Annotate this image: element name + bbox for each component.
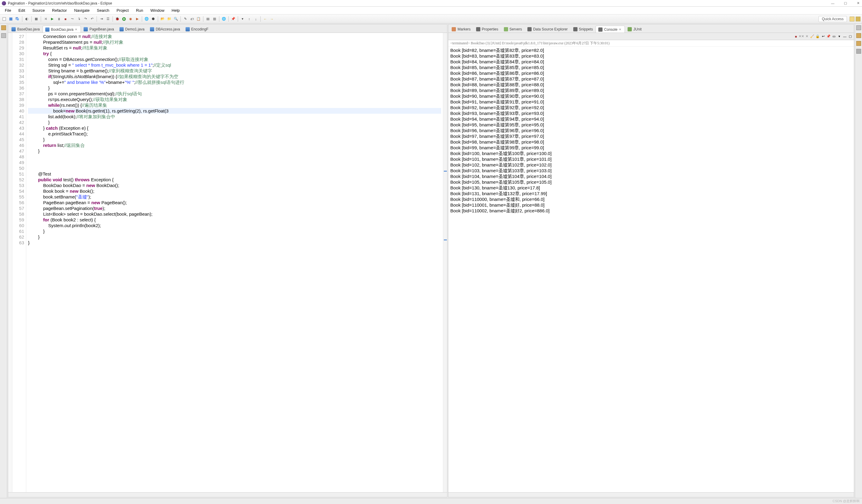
code-line[interactable]: book.setBname("圣墟"); [28, 194, 441, 200]
menu-help[interactable]: Help [169, 7, 183, 14]
editor-tab-demo1-java[interactable]: Demo1.java [117, 25, 147, 32]
code-line[interactable]: try { [28, 51, 441, 56]
code-line[interactable]: String sql = " select * from t_mvc_book … [28, 62, 441, 68]
toggle-icon[interactable]: ◐ [24, 16, 30, 22]
code-line[interactable]: } [28, 228, 441, 234]
max-icon[interactable]: ▢ [848, 34, 853, 39]
code-line[interactable]: if(StringUtils.isNotBlank(bname)) {//如果模… [28, 74, 441, 79]
code-line[interactable]: for (Book book2 : select) { [28, 217, 441, 223]
view-tab-servers[interactable]: Servers [501, 25, 525, 32]
editor-tab-bookdao-java[interactable]: BookDao.java✕ [42, 26, 81, 33]
menu-file[interactable]: File [2, 7, 14, 14]
debug-icon[interactable]: 🐞 [114, 16, 120, 22]
code-line[interactable]: } [28, 85, 441, 91]
pers2-icon[interactable]: ▥ [211, 16, 218, 22]
disconnect-icon[interactable]: ⤳ [69, 16, 75, 22]
code-line[interactable]: while(rs.next()) {//遍历结果集 [28, 102, 441, 108]
nav-dd-icon[interactable]: ▾ [239, 16, 246, 22]
code-line[interactable]: list.add(book);//将对象加到集合中 [28, 114, 441, 119]
view-tab-data-source-explorer[interactable]: Data Source Explorer [525, 25, 571, 32]
build-icon[interactable]: ▦ [33, 16, 39, 22]
forward-icon[interactable]: → [269, 16, 275, 22]
code-line[interactable]: sql+=" and bname like '%"+bname+"%' ";//… [28, 79, 441, 85]
code-line[interactable]: } [28, 148, 441, 154]
perspective-java-icon[interactable] [856, 17, 861, 22]
editor-tab-dbaccess-java[interactable]: DBAccess.java [147, 25, 183, 32]
drop-icon[interactable]: ⇥ [99, 16, 104, 22]
mark-icon[interactable]: 🏷 [189, 16, 195, 22]
new-servlet-icon[interactable]: ⬢ [150, 16, 156, 22]
code-line[interactable]: } [28, 137, 441, 142]
skip-icon[interactable]: ⤮ [42, 16, 49, 22]
prev-icon[interactable]: ↑ [246, 16, 252, 22]
menu-project[interactable]: Project [114, 7, 132, 14]
code-line[interactable]: Connection conn = null;//连接对象 [28, 34, 441, 39]
console-output[interactable]: Book [bid=82, bname=圣墟第82章, price=82.0]B… [448, 47, 854, 492]
code-line[interactable] [28, 154, 441, 160]
code-line[interactable]: book=new Book(rs.getInt(1), rs.getString… [28, 108, 441, 114]
perspective-java-ee-icon[interactable] [850, 17, 854, 22]
annot-icon[interactable]: ✎ [182, 16, 188, 22]
web-icon[interactable]: 🌐 [221, 16, 227, 22]
code-line[interactable] [28, 165, 441, 171]
code-line[interactable]: String bname = b.getBname();//拿到模糊查询关键字 [28, 68, 441, 74]
close-tab-icon[interactable]: ✕ [619, 28, 622, 31]
code-line[interactable]: Book book = new Book(); [28, 188, 441, 194]
run-icon[interactable] [121, 16, 127, 22]
marker-strip[interactable] [8, 33, 12, 492]
code-line[interactable]: ps = conn.prepareStatement(sql);//执行sql语… [28, 91, 441, 96]
wrap-icon[interactable]: ↩ [821, 34, 825, 39]
code-line[interactable]: return list;//返回集合 [28, 142, 441, 148]
scroll-lock-icon[interactable]: 🔒 [815, 34, 820, 39]
open-console-icon[interactable]: ▾ [837, 34, 842, 39]
resume-icon[interactable]: ▶ [49, 16, 55, 22]
remove-all-icon[interactable]: ✕✕ [799, 34, 804, 39]
code-line[interactable]: conn = DBAccess.getConnection();//获取连接对象 [28, 56, 441, 62]
quick-access-input[interactable]: Quick Access [819, 16, 847, 22]
new-server-icon[interactable]: 🌐 [144, 16, 149, 22]
code-line[interactable] [28, 160, 441, 165]
task-icon[interactable]: 📋 [196, 16, 201, 22]
overview-ruler[interactable] [443, 33, 447, 492]
task-list-icon[interactable] [856, 33, 861, 38]
pin-icon[interactable]: 📌 [230, 16, 236, 22]
search-icon[interactable]: 🔍 [173, 16, 179, 22]
menu-navigate[interactable]: Navigate [71, 7, 93, 14]
navigator-icon[interactable] [1, 33, 6, 38]
open-task-icon[interactable]: 📁 [166, 16, 172, 22]
code-line[interactable]: } [28, 240, 441, 246]
code-line[interactable]: System.out.println(book2); [28, 223, 441, 228]
open-type-icon[interactable]: 📂 [160, 16, 166, 22]
terminate-icon[interactable]: ■ [794, 34, 798, 39]
clear-icon[interactable]: 🧹 [810, 34, 815, 39]
menu-edit[interactable]: Edit [15, 7, 28, 14]
save-all-icon[interactable] [14, 16, 21, 22]
editor-tab-pagebean-java[interactable]: PageBean.java [81, 25, 116, 32]
project-explorer-icon[interactable] [1, 25, 6, 30]
code-line[interactable]: rs=ps.executeQuery();//获取结果集对象 [28, 96, 441, 102]
close-tab-icon[interactable]: ✕ [75, 28, 78, 31]
code-line[interactable]: ResultSet rs = null;//结果集对象 [28, 45, 441, 51]
menu-run[interactable]: Run [133, 7, 146, 14]
pause-icon[interactable]: ⏸ [56, 16, 62, 22]
view-tab-console[interactable]: Console✕ [596, 26, 625, 33]
other-view-icon[interactable] [856, 49, 861, 54]
stop-icon[interactable]: ■ [63, 16, 68, 22]
code-line[interactable]: e.printStackTrace(); [28, 131, 441, 137]
code-line[interactable]: } catch (Exception e) { [28, 125, 441, 131]
editor-tab-encodingf[interactable]: EncodingF [183, 25, 211, 32]
minimize-button[interactable]: — [831, 1, 835, 5]
code-line[interactable]: } [28, 119, 441, 125]
code-line[interactable]: public void test() throws Exception { [28, 177, 441, 183]
pers-icon[interactable]: ▤ [205, 16, 211, 22]
maximize-button[interactable]: ▢ [843, 1, 848, 5]
menu-search[interactable]: Search [94, 7, 112, 14]
back-icon[interactable]: ← [262, 16, 268, 22]
view-tab-properties[interactable]: Properties [473, 25, 501, 32]
frame-icon[interactable]: ☰ [105, 16, 111, 22]
coverage-icon[interactable]: ◉ [128, 16, 134, 22]
code-line[interactable]: BookDao bookDao = new BookDao(); [28, 183, 441, 188]
view-tab-junit[interactable]: JUnit [625, 25, 644, 32]
view-tab-markers[interactable]: Markers [449, 25, 473, 32]
editor-tab-basedao-java[interactable]: BaseDao.java [9, 25, 42, 32]
